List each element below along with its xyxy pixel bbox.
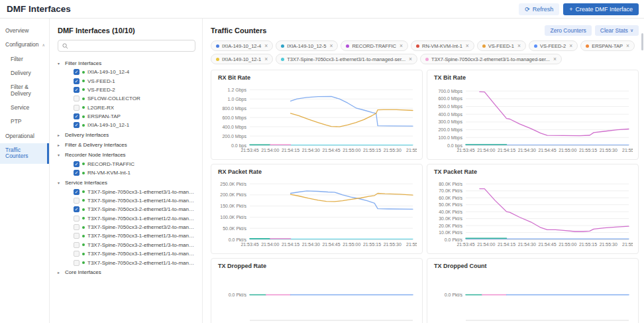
zero-counters-button[interactable]: Zero Counters <box>545 25 591 36</box>
checkbox-checked[interactable]: ✓ <box>74 113 80 119</box>
sidebar-item-operational[interactable]: Operational <box>0 129 49 143</box>
collapse-caret-icon: ∧ <box>42 43 45 48</box>
checkbox-unchecked[interactable] <box>74 216 80 222</box>
create-dmf-interface-button[interactable]: + Create DMF Interface <box>563 3 639 15</box>
tree-item-ixia-149-10-12-1[interactable]: ✓IXIA-149-10_12-1 <box>58 121 195 129</box>
svg-text:21:54:30: 21:54:30 <box>518 148 536 153</box>
checkbox-checked[interactable]: ✓ <box>74 69 80 75</box>
checkbox-checked[interactable]: ✓ <box>74 206 80 212</box>
checkbox-unchecked[interactable] <box>74 260 80 266</box>
chip-label: RECORD-TRAFFIC <box>352 43 396 49</box>
tree-item-t3x7-spine-7050cx3-2-ethernet1-3-to-managed-service[interactable]: T3X7-Spine-7050cx3-2-ethernet1/3-to-mana… <box>58 241 195 249</box>
tree-item-t3x7-spine-7050cx3-1-ethernet3-1-to-managed-service[interactable]: ✓T3X7-Spine-7050cx3-1-ethernet3/1-to-man… <box>58 187 195 196</box>
sidebar-item-filter-delivery[interactable]: Filter & Delivery <box>0 80 49 101</box>
tree-item-t3x7-spine-7050cx3-1-ethernet1-3-to-managed-service[interactable]: T3X7-Spine-7050cx3-1-ethernet1/3-to-mana… <box>58 231 195 240</box>
checkbox-unchecked[interactable] <box>74 105 80 111</box>
interface-chips: IXIA-149-10_12-4×IXIA-149-10_12-5×RECORD… <box>211 40 639 64</box>
close-icon[interactable]: × <box>626 42 629 49</box>
tree-group-toggle-filter-delivery-interfaces[interactable]: ▸Filter & Delivery Interfaces <box>58 141 195 150</box>
status-up-dot <box>82 253 85 255</box>
checkbox-checked[interactable]: ✓ <box>74 122 80 128</box>
clear-stats-button[interactable]: Clear Stats ∨ <box>595 25 639 36</box>
checkbox-unchecked[interactable] <box>74 251 80 257</box>
tree-item-label: T3X7-Spine-7050cx3-2-ethernet1/1-to-mana… <box>87 260 195 266</box>
close-icon[interactable]: × <box>466 42 469 49</box>
sidebar-item-service[interactable]: Service <box>0 101 49 115</box>
svg-text:100.0K Pkt/s: 100.0K Pkt/s <box>220 215 246 220</box>
tree-item-label: VS-FEED-2 <box>87 87 115 93</box>
sidebar-item-configuration[interactable]: Configuration∧ <box>0 38 49 52</box>
tree-group-toggle-service-interfaces[interactable]: ▾Service Interfaces <box>58 178 195 187</box>
sidebar-item-overview[interactable]: Overview <box>0 24 49 38</box>
vertical-scrollbar[interactable] <box>641 33 643 50</box>
svg-text:50.0K Pkt/s: 50.0K Pkt/s <box>223 226 246 231</box>
tree-item-vs-feed-2[interactable]: ✓VS-FEED-2 <box>58 86 195 94</box>
chart-title: TX Dropped Rate <box>218 263 415 269</box>
tree-item-l2gre-rx[interactable]: L2GRE-RX <box>58 103 195 112</box>
svg-text:0.0 Pkt/s: 0.0 Pkt/s <box>229 292 247 297</box>
status-up-dot <box>82 190 85 193</box>
checkbox-unchecked[interactable] <box>74 233 80 239</box>
tree-item-rn-vm-kvm-int-1[interactable]: ✓RN-VM-KVM-Int-1 <box>58 168 195 177</box>
series-magenta <box>480 92 629 135</box>
tree-item-t3x7-spine-7050cx3-2-ethernet3-1-to-managed-service[interactable]: ✓T3X7-Spine-7050cx3-2-ethernet3/1-to-man… <box>58 205 195 214</box>
tree-group-toggle-delivery-interfaces[interactable]: ▸Delivery Interfaces <box>58 131 195 140</box>
svg-text:600.0 Mbps: 600.0 Mbps <box>222 115 246 121</box>
checkbox-checked[interactable]: ✓ <box>74 87 80 93</box>
tree-item-record-traffic[interactable]: ✓RECORD-TRAFFIC <box>58 160 195 168</box>
sidebar-item-traffic-counters[interactable]: Traffic Counters <box>0 143 49 164</box>
chart-plot: 700.0 Mbps600.0 Mbps500.0 Mbps400.0 Mbps… <box>434 82 633 156</box>
sidebar-item-filter[interactable]: Filter <box>0 52 49 66</box>
tree-item-t3x7-spine-7050cx3-2-ethernet3-2-to-managed-service[interactable]: T3X7-Spine-7050cx3-2-ethernet3/2-to-mana… <box>58 223 195 231</box>
interface-search[interactable] <box>58 40 195 52</box>
tree-item-vs-feed-1[interactable]: ✓VS-FEED-1 <box>58 76 195 85</box>
tree-item-t3x7-spine-7050cx3-2-ethernet1-1-to-managed-service[interactable]: T3X7-Spine-7050cx3-2-ethernet1/1-to-mana… <box>58 258 195 267</box>
svg-text:400.0 Mbps: 400.0 Mbps <box>222 125 246 130</box>
svg-text:250.0K Pkt/s: 250.0K Pkt/s <box>220 182 246 186</box>
checkbox-checked[interactable]: ✓ <box>74 78 80 84</box>
sidebar-item-ptp[interactable]: PTP <box>0 115 49 129</box>
close-icon[interactable]: × <box>264 42 268 49</box>
tree-item-label: ERSPAN-TAP <box>87 113 121 119</box>
close-icon[interactable]: × <box>569 42 572 49</box>
close-icon[interactable]: × <box>400 42 403 49</box>
sidebar-item-delivery[interactable]: Delivery <box>0 66 49 80</box>
close-icon[interactable]: × <box>553 56 557 62</box>
tree-group-toggle-recorder-node-interfaces[interactable]: ▾Recorder Node Interfaces <box>58 151 195 160</box>
close-icon[interactable]: × <box>517 42 521 49</box>
svg-text:21:54:30: 21:54:30 <box>518 242 536 247</box>
svg-text:21:54:00: 21:54:00 <box>261 242 279 247</box>
tree-item-ixia-149-10-12-4[interactable]: ✓IXIA-149-10_12-4 <box>58 68 195 76</box>
tree-item-t3x7-spine-7050cx3-1-ethernet1-2-to-managed-service[interactable]: T3X7-Spine-7050cx3-1-ethernet1/2-to-mana… <box>58 214 195 223</box>
chip-t3x7-spine-7050cx3-1-ethernet3-1-to-managed-ser: T3X7-Spine-7050cx3-1-ethernet3/1-to-mana… <box>276 54 417 64</box>
svg-text:21:54:15: 21:54:15 <box>498 242 515 247</box>
close-icon[interactable]: × <box>409 56 412 62</box>
tree-item-sflow-collector[interactable]: SFLOW-COLLECTOR <box>58 94 195 103</box>
search-input[interactable] <box>71 42 191 49</box>
checkbox-unchecked[interactable] <box>74 96 80 101</box>
refresh-button[interactable]: ⟳ Refresh <box>519 3 559 15</box>
tree-item-t3x7-spine-7050cx3-1-ethernet1-4-to-managed-service[interactable]: T3X7-Spine-7050cx3-1-ethernet1/4-to-mana… <box>58 196 195 205</box>
svg-text:21:55:00: 21:55:00 <box>559 242 576 247</box>
tree-group-toggle-core-interfaces[interactable]: ▸Core Interfaces <box>58 268 195 277</box>
checkbox-unchecked[interactable] <box>74 198 80 204</box>
checkbox-unchecked[interactable] <box>74 224 80 230</box>
tree-group-label: Core Interfaces <box>65 269 101 275</box>
svg-text:21:55:30: 21:55:30 <box>600 148 617 153</box>
svg-text:21:55:: 21:55: <box>622 148 633 153</box>
tree-item-erspan-tap[interactable]: ✓ERSPAN-TAP <box>58 112 195 121</box>
close-icon[interactable]: × <box>264 56 268 62</box>
checkbox-unchecked[interactable] <box>74 242 80 248</box>
tree-group-toggle-filter-interfaces[interactable]: ▾Filter Interfaces <box>58 58 195 68</box>
close-icon[interactable]: × <box>329 42 333 49</box>
chip-vs-feed-1: VS-FEED-1× <box>477 40 526 51</box>
tree-item-label: T3X7-Spine-7050cx3-1-ethernet3/1-to-mana… <box>87 189 195 195</box>
checkbox-checked[interactable]: ✓ <box>74 189 80 195</box>
status-up-dot <box>82 162 85 165</box>
svg-text:21:54:30: 21:54:30 <box>302 242 320 247</box>
checkbox-checked[interactable]: ✓ <box>74 161 80 167</box>
checkbox-checked[interactable]: ✓ <box>74 170 80 176</box>
svg-text:21:54:45: 21:54:45 <box>538 148 556 153</box>
chip-label: T3X7-Spine-7050cx3-1-ethernet3/1-to-mana… <box>287 56 405 62</box>
tree-item-t3x7-spine-7050cx3-1-ethernet1-1-to-managed-service[interactable]: T3X7-Spine-7050cx3-1-ethernet1/1-to-mana… <box>58 249 195 258</box>
